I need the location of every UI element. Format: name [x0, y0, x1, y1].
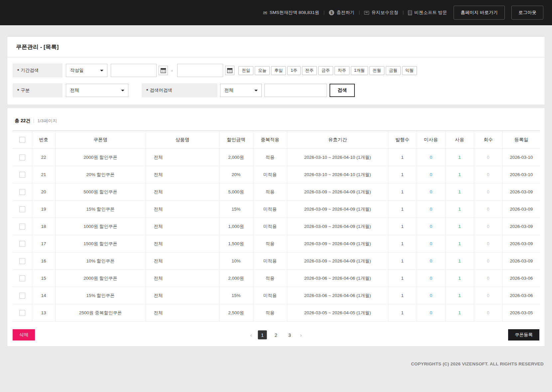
cell-recalled-count: 0	[474, 201, 502, 218]
column-header-4: 할인금액	[219, 131, 253, 149]
search-panel: 쿠폰관리 - [목록] * 기간검색 작성일 - 전일오늘후일1주전주금주차주1…	[7, 37, 545, 105]
date-from-calendar-button[interactable]	[159, 66, 168, 75]
cell-product-name: 전체	[146, 252, 219, 270]
list-area: 총 22건 1/3페이지 번호쿠폰명상품명할인금액중복적용유효기간발행수미사용사…	[7, 108, 545, 346]
cell-number: 20	[32, 183, 55, 201]
cell-used-count: 1	[445, 287, 474, 304]
quick-date-button[interactable]: 후일	[271, 66, 286, 75]
table-row: 16 10% 할인쿠폰 전체 10% 미적용 2026-03-09 ~ 2026…	[13, 252, 540, 270]
cell-register-date: 2026-03-09	[502, 218, 540, 235]
column-header-8: 미사용	[417, 131, 445, 149]
cell-recalled-count: 0	[474, 304, 502, 322]
quick-date-button[interactable]: 차주	[335, 66, 349, 75]
table-row: 20 5000원 할인쿠폰 전체 5,000원 적용 2026-03-09 ~ …	[13, 183, 540, 201]
search-button[interactable]: 검색	[330, 84, 355, 97]
cell-register-date: 2026-03-06	[502, 270, 540, 287]
maintenance-link[interactable]: 유지보수요청	[364, 10, 398, 16]
cell-number: 21	[32, 166, 55, 183]
cell-register-date: 2026-03-10	[502, 166, 540, 183]
pagination: ‹ 123 ›	[249, 331, 303, 340]
page-number-2[interactable]: 2	[272, 331, 281, 340]
row-checkbox-cell	[13, 183, 32, 201]
cell-register-date: 2026-03-06	[502, 287, 540, 304]
quick-date-button[interactable]: 오늘	[255, 66, 270, 75]
page-number-1[interactable]: 1	[258, 331, 267, 340]
quick-date-button[interactable]: 1주	[287, 66, 300, 75]
cell-duplicate-apply: 적용	[253, 183, 287, 201]
total-count: 총 22건	[15, 118, 30, 124]
table-footer: 삭제 ‹ 123 › 쿠폰등록	[13, 329, 539, 341]
cell-valid-period: 2026-03-09 ~ 2026-04-09 (1개월)	[287, 252, 388, 270]
cell-issued-count: 1	[388, 304, 417, 322]
row-checkbox[interactable]	[19, 154, 25, 160]
quick-date-button[interactable]: 전주	[302, 66, 317, 75]
cell-unused-count: 0	[417, 235, 445, 252]
cell-valid-period: 2026-03-05 ~ 2026-04-05 (1개월)	[287, 304, 388, 322]
cell-issued-count: 1	[388, 235, 417, 252]
page-indicator: 1/3페이지	[37, 118, 57, 124]
keyword-type-select[interactable]: 전체	[220, 84, 262, 97]
row-checkbox[interactable]	[19, 224, 25, 230]
cell-recalled-count: 0	[474, 166, 502, 183]
date-from-input[interactable]	[111, 64, 157, 77]
quick-date-button[interactable]: 익월	[402, 66, 417, 75]
row-checkbox[interactable]	[19, 206, 25, 212]
select-all-checkbox[interactable]	[19, 137, 25, 143]
recharge-link[interactable]: $ 충전하기	[329, 10, 354, 16]
keyword-label: * 검색어검색	[142, 83, 217, 97]
cell-valid-period: 2026-03-09 ~ 2026-04-09 (1개월)	[287, 183, 388, 201]
row-checkbox[interactable]	[19, 172, 25, 178]
search-area: * 기간검색 작성일 - 전일오늘후일1주전주금주차주1개월전월금월익월 * 구…	[7, 57, 545, 105]
next-page-arrow[interactable]: ›	[299, 332, 303, 338]
quick-date-button[interactable]: 1개월	[351, 66, 368, 75]
column-header-5: 중복적용	[253, 131, 287, 149]
cell-number: 14	[32, 287, 55, 304]
delete-button[interactable]: 삭제	[13, 329, 35, 341]
cell-used-count: 1	[445, 235, 474, 252]
cell-coupon-name: 15% 할인쿠폰	[55, 201, 146, 218]
row-checkbox[interactable]	[19, 189, 25, 195]
cell-discount: 2,000원	[219, 270, 253, 287]
logout-button[interactable]: 로그아웃	[511, 6, 543, 20]
page-title: 쿠폰관리 - [목록]	[16, 43, 59, 51]
category-select[interactable]: 전체	[66, 84, 128, 97]
quick-date-buttons: 전일오늘후일1주전주금주차주1개월전월금월익월	[238, 66, 417, 75]
cell-register-date: 2026-03-10	[502, 149, 540, 166]
cell-coupon-name: 2000원 할인쿠폰	[55, 270, 146, 287]
visit-link[interactable]: 비젠소프트 방문	[408, 10, 447, 16]
cell-product-name: 전체	[146, 183, 219, 201]
cell-product-name: 전체	[146, 149, 219, 166]
category-label: * 구분	[13, 83, 63, 97]
quick-date-button[interactable]: 금월	[386, 66, 401, 75]
cell-valid-period: 2026-03-09 ~ 2026-04-09 (1개월)	[287, 218, 388, 235]
row-checkbox-cell	[13, 270, 32, 287]
sms-balance-text: SMS현재잔액 808,831원	[270, 10, 319, 16]
coupon-register-button[interactable]: 쿠폰등록	[508, 329, 539, 341]
homepage-button[interactable]: 홈페이지 바로가기	[454, 6, 505, 20]
prev-page-arrow[interactable]: ‹	[249, 332, 253, 338]
row-checkbox[interactable]	[19, 293, 25, 299]
cell-discount: 10%	[219, 252, 253, 270]
topbar-separator	[403, 11, 403, 15]
keyword-label-text: 검색어검색	[150, 87, 172, 93]
row-checkbox[interactable]	[19, 241, 25, 247]
column-header-2: 쿠폰명	[55, 131, 146, 149]
period-label-text: 기간검색	[21, 67, 39, 73]
quick-date-button[interactable]: 전월	[369, 66, 384, 75]
quick-date-button[interactable]: 금주	[318, 66, 333, 75]
date-type-select[interactable]: 작성일	[66, 64, 107, 77]
cell-used-count: 1	[445, 201, 474, 218]
visit-label: 비젠소프트 방문	[414, 10, 447, 16]
date-to-input[interactable]	[177, 64, 223, 77]
page-number-3[interactable]: 3	[285, 331, 294, 340]
cell-number: 22	[32, 149, 55, 166]
row-checkbox[interactable]	[19, 310, 25, 316]
date-to-calendar-button[interactable]	[225, 66, 234, 75]
keyword-input[interactable]	[264, 84, 327, 97]
row-checkbox[interactable]	[19, 275, 25, 281]
row-checkbox[interactable]	[19, 258, 25, 264]
cell-recalled-count: 0	[474, 218, 502, 235]
cell-issued-count: 1	[388, 166, 417, 183]
quick-date-button[interactable]: 전일	[238, 66, 253, 75]
column-header-7: 발행수	[388, 131, 417, 149]
